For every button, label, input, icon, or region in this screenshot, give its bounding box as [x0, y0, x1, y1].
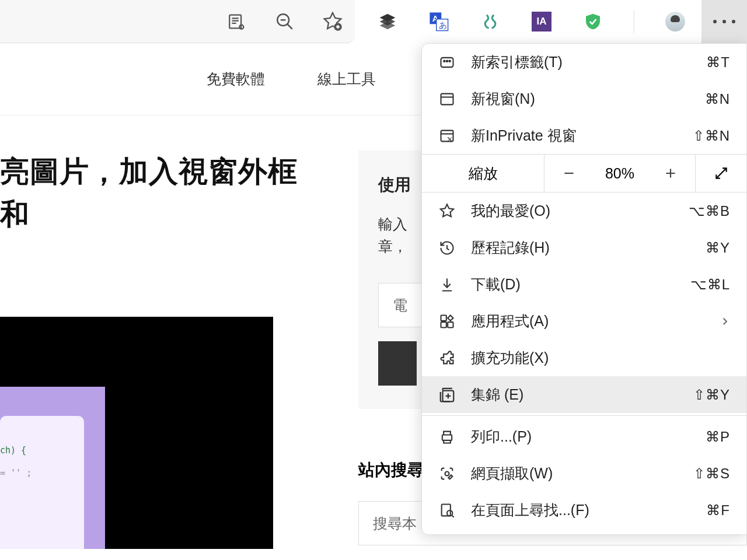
download-icon: [438, 276, 456, 293]
menu-item-shortcut: ⇧⌘Y: [693, 387, 730, 403]
menu-item-label: 下載(D): [471, 275, 675, 294]
menu-item-label: 應用程式(A): [471, 312, 704, 331]
zoom-in-button[interactable]: [646, 155, 695, 192]
svg-rect-8: [441, 57, 453, 66]
more-menu-button[interactable]: [701, 0, 747, 43]
zoom-out-icon[interactable]: [274, 11, 295, 32]
menu-item[interactable]: 歷程記錄(H)⌘Y: [422, 229, 746, 266]
overflow-menu: 新索引標籤(T)⌘T新視窗(N)⌘N新InPrivate 視窗⇧⌘N縮放80%我…: [421, 43, 747, 535]
svg-rect-14: [441, 315, 446, 320]
menu-item-label: 擴充功能(X): [471, 348, 730, 368]
menu-item-shortcut: ⌘Y: [706, 240, 730, 256]
hero-image: ch) { = '' ;: [0, 317, 273, 549]
menu-item[interactable]: 應用程式(A): [422, 303, 746, 340]
nav-link[interactable]: 線上工具: [317, 69, 376, 89]
nav-link[interactable]: 免費軟體: [207, 69, 265, 89]
menu-item[interactable]: 我的最愛(O)⌥⌘B: [422, 192, 746, 229]
svg-point-9: [444, 60, 445, 61]
menu-item-label: 網頁擷取(W): [471, 464, 678, 483]
find-icon: [438, 502, 456, 519]
menu-item-label: 在頁面上尋找...(F): [471, 501, 691, 520]
svg-point-19: [445, 471, 449, 475]
collections-icon: [438, 386, 456, 404]
reader-mode-icon[interactable]: [226, 11, 247, 32]
ext-ia-icon[interactable]: IA: [531, 11, 552, 32]
menu-item[interactable]: 集錦 (E)⇧⌘Y: [422, 376, 746, 413]
menu-separator: [422, 415, 746, 416]
browser-toolbar: [0, 0, 355, 43]
apps-icon: [438, 313, 456, 330]
print-icon: [438, 428, 456, 446]
menu-item-label: 新索引標籤(T): [471, 52, 691, 72]
ext-ribbon-icon[interactable]: [480, 11, 501, 32]
menu-item[interactable]: 擴充功能(X): [422, 340, 746, 376]
menu-item-shortcut: ⌘P: [706, 429, 730, 445]
fullscreen-button[interactable]: [695, 155, 746, 192]
svg-rect-16: [448, 322, 453, 327]
puzzle-icon: [438, 349, 456, 367]
tab-new-icon: [438, 54, 456, 71]
menu-item-shortcut: ⇧⌘S: [693, 466, 730, 482]
code-line: ch) {: [0, 439, 78, 462]
menu-item[interactable]: 新索引標籤(T)⌘T: [422, 44, 746, 80]
svg-rect-18: [442, 435, 452, 440]
menu-item-label: 歷程記錄(H): [471, 238, 690, 257]
svg-point-11: [449, 60, 451, 61]
menu-item-shortcut: ⌥⌘B: [689, 203, 730, 219]
menu-item[interactable]: 新視窗(N)⌘N: [422, 80, 746, 117]
subscribe-button[interactable]: [378, 341, 417, 386]
menu-item-shortcut: ⌘F: [706, 502, 730, 519]
svg-point-21: [447, 510, 452, 516]
extensions-bar: Aあ IA: [355, 0, 686, 43]
menu-item-label: 列印...(P): [471, 427, 690, 446]
history-icon: [438, 239, 456, 257]
menu-item-label: 新InPrivate 視窗: [471, 126, 678, 145]
svg-rect-13: [441, 130, 453, 141]
menu-item-shortcut: ⌘T: [706, 54, 730, 71]
zoom-value: 80%: [594, 165, 646, 182]
window-icon: [438, 90, 456, 108]
star-icon: [438, 202, 456, 220]
chevron-right-icon: [720, 316, 730, 327]
menu-item-label: 集錦 (E): [471, 385, 678, 404]
menu-item[interactable]: 列印...(P)⌘P: [422, 418, 746, 455]
zoom-controls: 縮放80%: [422, 154, 746, 192]
code-line: = '' ;: [0, 462, 78, 485]
svg-rect-15: [441, 322, 446, 327]
inprivate-icon: [438, 127, 456, 145]
profile-avatar[interactable]: [665, 11, 686, 32]
favorite-add-icon[interactable]: [322, 11, 343, 32]
ext-shield-icon[interactable]: [582, 11, 603, 32]
capture-icon: [438, 465, 456, 482]
menu-item[interactable]: 網頁擷取(W)⇧⌘S: [422, 455, 746, 492]
ext-translate-icon[interactable]: Aあ: [428, 11, 449, 32]
menu-item[interactable]: 在頁面上尋找...(F)⌘F: [422, 492, 746, 528]
zoom-out-button[interactable]: [544, 155, 594, 192]
svg-point-10: [446, 60, 448, 61]
menu-item[interactable]: 下載(D)⌥⌘L: [422, 266, 746, 303]
menu-item-label: 我的最愛(O): [471, 201, 673, 220]
svg-rect-12: [441, 93, 453, 104]
menu-item-label: 新視窗(N): [471, 89, 690, 108]
menu-item[interactable]: 新InPrivate 視窗⇧⌘N: [422, 117, 746, 154]
article-title: 亮圖片，加入視窗外框和: [0, 150, 309, 235]
zoom-label: 縮放: [422, 155, 544, 192]
svg-text:あ: あ: [439, 20, 447, 30]
menu-item-shortcut: ⌘N: [705, 91, 730, 107]
ext-buffer-icon[interactable]: [377, 11, 398, 32]
menu-item-shortcut: ⌥⌘L: [690, 276, 730, 293]
menu-item-shortcut: ⇧⌘N: [693, 128, 730, 144]
